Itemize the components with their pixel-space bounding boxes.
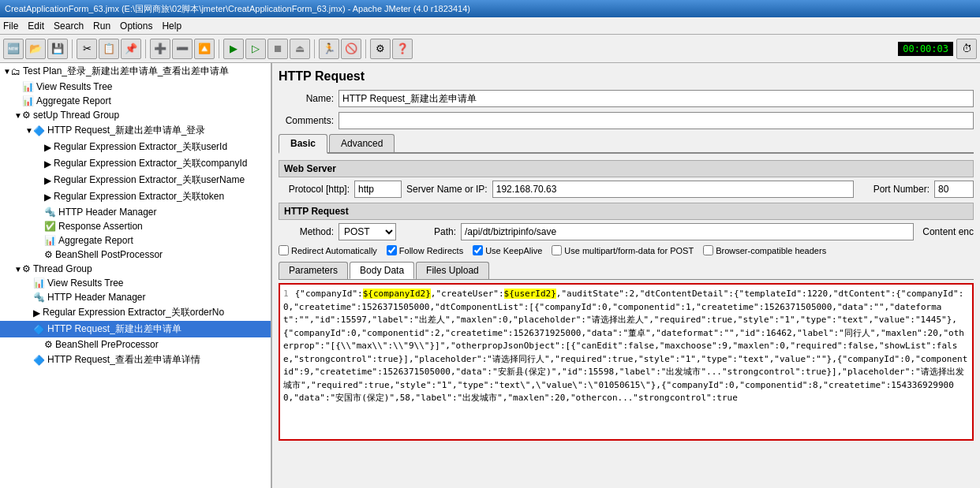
save-button[interactable]: 💾 — [47, 39, 68, 59]
port-label: Port Number: — [858, 184, 930, 195]
comments-row: Comments: — [279, 112, 974, 129]
redirect-auto-checkbox[interactable] — [279, 245, 289, 255]
cut-button[interactable]: ✂ — [77, 39, 97, 59]
follow-redirects-label[interactable]: Follow Redirects — [387, 245, 463, 255]
tree-label: BeanShell PostProcessor — [55, 249, 163, 260]
stop-remote-button[interactable]: 🚫 — [341, 39, 361, 59]
web-server-header: Web Server — [279, 160, 974, 177]
tree-item-beanshell-post[interactable]: ⚙BeanShell PostProcessor — [0, 248, 271, 262]
tree-item-http-header-manager-2[interactable]: 🔩HTTP Header Manager — [0, 290, 271, 304]
tree-icon: ▶ — [44, 192, 51, 203]
tree-item-setup-thread-group[interactable]: ▼⚙setUp Thread Group — [0, 108, 271, 122]
tree-arrow: ▼ — [25, 126, 33, 135]
stop-button[interactable]: ⏹ — [267, 39, 288, 59]
tree-item-regex-token[interactable]: ▶Regular Expression Extractor_关联token — [0, 188, 271, 205]
tree-item-beanshell-pre[interactable]: ⚙BeanShell PreProcessor — [0, 337, 271, 352]
toolbar: 🆕 📂 💾 ✂ 📋 📌 ➕ ➖ 🔼 ▶ ▷ ⏹ ⏏ 🏃 🚫 ⚙ ❓ 00:00:… — [0, 35, 980, 63]
menu-edit[interactable]: Edit — [28, 20, 44, 32]
tree-item-view-results-tree-2[interactable]: 📊View Results Tree — [0, 276, 271, 290]
server-input[interactable] — [492, 181, 854, 198]
tree-item-http-request-view[interactable]: 🔷HTTP Request_查看出差申请单详情 — [0, 352, 271, 368]
browser-compat-label[interactable]: Browser-compatible headers — [703, 245, 826, 255]
menu-file[interactable]: File — [3, 20, 18, 32]
tree-item-regex-companyid[interactable]: ▶Regular Expression Extractor_关联companyI… — [0, 155, 271, 172]
settings-button[interactable]: ⚙ — [370, 39, 391, 59]
tree-label: View Results Tree — [36, 81, 113, 92]
tree-item-regex-username[interactable]: ▶Regular Expression Extractor_关联userName — [0, 172, 271, 188]
path-input[interactable] — [461, 223, 914, 240]
tree-icon: ✅ — [44, 221, 56, 232]
tree-item-test-plan[interactable]: ▼🗂Test Plan_登录_新建出差申请单_查看出差申请单 — [0, 63, 271, 80]
paste-button[interactable]: 📌 — [121, 39, 141, 59]
tree-item-regex-orderNo[interactable]: ▶Regular Expression Extractor_关联orderNo — [0, 304, 271, 321]
tree-item-http-request-new[interactable]: 🔷HTTP Request_新建出差申请单 — [0, 321, 271, 337]
open-button[interactable]: 📂 — [25, 39, 46, 59]
new-button[interactable]: 🆕 — [3, 39, 24, 59]
tree-label: HTTP Request_新建出差申请单 — [47, 322, 181, 336]
menu-search[interactable]: Search — [54, 20, 84, 32]
tree-item-response-assertion[interactable]: ✅Response Assertion — [0, 219, 271, 233]
http-request-header: HTTP Request — [279, 203, 974, 220]
remove-button[interactable]: ➖ — [172, 39, 193, 59]
start-no-pause-button[interactable]: ▷ — [245, 39, 266, 59]
tree-icon: ⚙ — [44, 339, 53, 350]
tree-label: Regular Expression Extractor_关联orderNo — [43, 306, 224, 319]
comments-label: Comments: — [279, 115, 334, 126]
name-input[interactable] — [339, 90, 974, 107]
tree-icon: ▶ — [44, 175, 51, 186]
follow-redirects-checkbox[interactable] — [387, 245, 397, 255]
redirect-auto-label[interactable]: Redirect Automatically — [279, 245, 377, 255]
run-remote-button[interactable]: 🏃 — [319, 39, 339, 59]
server-label: Server Name or IP: — [406, 184, 488, 195]
tree-item-http-request-login[interactable]: ▼🔷HTTP Request_新建出差申请单_登录 — [0, 122, 271, 139]
title-text: CreatApplicationForm_63.jmx (E:\国网商旅\02脚… — [5, 3, 470, 15]
sep2 — [145, 39, 146, 58]
use-keepalive-checkbox[interactable] — [473, 245, 483, 255]
browser-compat-checkbox[interactable] — [703, 245, 713, 255]
shutdown-button[interactable]: ⏏ — [290, 39, 310, 59]
tree-label: Regular Expression Extractor_关联token — [54, 190, 224, 203]
tree-item-http-header-manager-1[interactable]: 🔩HTTP Header Manager — [0, 205, 271, 219]
right-panel: HTTP Request Name: Comments: Basic Advan… — [272, 63, 980, 488]
comments-input[interactable] — [339, 112, 974, 129]
start-button[interactable]: ▶ — [223, 39, 244, 59]
tree-icon: 📊 — [22, 95, 34, 106]
menu-help[interactable]: Help — [162, 20, 181, 32]
tree-label: HTTP Header Manager — [58, 207, 157, 218]
method-select[interactable]: POST GET PUT DELETE — [339, 223, 396, 240]
tree-icon: ▶ — [44, 142, 51, 153]
add-button[interactable]: ➕ — [150, 39, 170, 59]
tree-item-thread-group[interactable]: ▼⚙Thread Group — [0, 262, 271, 276]
tree-label: Aggregate Report — [36, 95, 111, 106]
tab-advanced[interactable]: Advanced — [329, 134, 395, 152]
tree-icon: ▶ — [33, 307, 40, 319]
tab-basic[interactable]: Basic — [279, 134, 327, 154]
menu-options[interactable]: Options — [120, 20, 152, 32]
tree-item-aggregate-report-1[interactable]: 📊Aggregate Report — [0, 94, 271, 108]
body-data-area[interactable]: 1{"companyId":${companyId2},"createUser"… — [279, 283, 974, 441]
port-input[interactable] — [934, 181, 974, 198]
multipart-checkbox[interactable] — [552, 245, 562, 255]
sep5 — [365, 39, 366, 58]
sub-tab-files-upload[interactable]: Files Upload — [416, 262, 489, 279]
method-label: Method: — [279, 226, 334, 237]
tree-item-aggregate-report-2[interactable]: 📊Aggregate Report — [0, 233, 271, 248]
sub-tab-parameters[interactable]: Parameters — [279, 262, 348, 279]
tree-label: HTTP Header Manager — [47, 292, 146, 303]
up-button[interactable]: 🔼 — [194, 39, 215, 59]
copy-button[interactable]: 📋 — [99, 39, 119, 59]
help-button[interactable]: ❓ — [392, 39, 413, 59]
multipart-label[interactable]: Use multipart/form-data for POST — [552, 245, 694, 255]
tree-icon: 📊 — [33, 278, 45, 289]
use-keepalive-label[interactable]: Use KeepAlive — [473, 245, 542, 255]
menu-run[interactable]: Run — [93, 20, 110, 32]
sub-tab-body-data[interactable]: Body Data — [350, 262, 414, 279]
tree-arrow: ▼ — [14, 265, 22, 274]
tree-item-regex-userid[interactable]: ▶Regular Expression Extractor_关联userId — [0, 139, 271, 155]
name-row: Name: — [279, 90, 974, 107]
tree-label: HTTP Request_查看出差申请单详情 — [47, 353, 200, 367]
method-row: Method: POST GET PUT DELETE Path: Conten… — [279, 223, 974, 240]
tree-item-view-results-tree-1[interactable]: 📊View Results Tree — [0, 80, 271, 94]
tree-label: Regular Expression Extractor_关联companyId — [54, 157, 247, 170]
protocol-input[interactable] — [354, 181, 402, 198]
